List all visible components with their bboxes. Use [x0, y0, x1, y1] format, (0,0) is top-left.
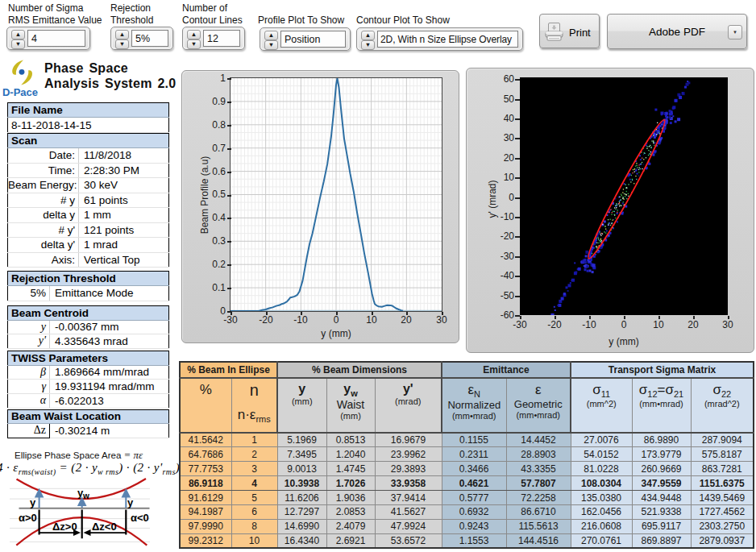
svg-text:α>0: α>0	[19, 512, 37, 524]
svg-text:y: y	[127, 496, 134, 508]
svg-text:y: y	[30, 496, 36, 508]
svg-text:Δz<0: Δz<0	[92, 521, 117, 533]
svg-text:α<0: α<0	[131, 512, 149, 524]
svg-text:w: w	[82, 492, 89, 500]
svg-text:Δz>0: Δz>0	[52, 521, 77, 533]
